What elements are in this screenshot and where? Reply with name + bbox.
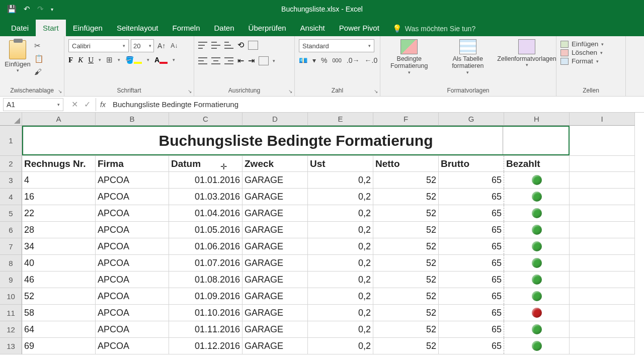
- column-header[interactable]: H: [504, 113, 570, 126]
- cut-icon[interactable]: ✂: [34, 41, 44, 50]
- font-color-button[interactable]: A: [154, 56, 168, 64]
- tab-daten[interactable]: Daten: [207, 20, 242, 36]
- column-header[interactable]: C: [169, 113, 243, 126]
- data-cell[interactable]: 65: [439, 321, 504, 337]
- paste-button[interactable]: Einfügen ▾: [4, 38, 31, 76]
- column-header[interactable]: E: [308, 113, 373, 126]
- column-header[interactable]: I: [570, 113, 635, 126]
- data-cell[interactable]: 65: [439, 222, 504, 238]
- format-painter-icon[interactable]: 🖌: [34, 67, 44, 76]
- data-cell[interactable]: 52: [373, 172, 439, 188]
- data-cell[interactable]: 0,2: [308, 288, 373, 304]
- align-top-icon[interactable]: [198, 42, 207, 49]
- row-header[interactable]: 8: [0, 255, 22, 272]
- confirm-icon[interactable]: ✓: [84, 100, 91, 109]
- data-cell[interactable]: 0,2: [308, 238, 373, 254]
- data-cell[interactable]: APCOA: [96, 255, 169, 271]
- row-header[interactable]: 10: [0, 288, 22, 305]
- orientation-icon[interactable]: ⟲: [237, 40, 244, 50]
- header-cell[interactable]: Netto: [373, 156, 439, 171]
- data-cell[interactable]: 01.05.2016: [169, 222, 243, 238]
- row-header[interactable]: 5: [0, 205, 22, 222]
- paid-status-cell[interactable]: [504, 222, 570, 238]
- data-cell[interactable]: GARAGE: [243, 189, 308, 205]
- paid-status-cell[interactable]: [504, 205, 570, 221]
- data-cell[interactable]: 0,2: [308, 205, 373, 221]
- dialog-launcher-icon[interactable]: ↘: [288, 88, 292, 94]
- copy-icon[interactable]: 📋: [34, 54, 44, 63]
- font-name-select[interactable]: Calibri▾: [68, 39, 129, 52]
- data-cell[interactable]: 65: [439, 238, 504, 254]
- name-box[interactable]: A1▾: [3, 98, 63, 111]
- column-header[interactable]: B: [96, 113, 169, 126]
- row-header[interactable]: 9: [0, 272, 22, 288]
- data-cell[interactable]: 01.01.2016: [169, 172, 243, 188]
- qat-dropdown-icon[interactable]: ▾: [51, 7, 53, 12]
- data-cell[interactable]: GARAGE: [243, 222, 308, 238]
- data-cell[interactable]: 52: [373, 255, 439, 271]
- data-cell[interactable]: GARAGE: [243, 272, 308, 288]
- data-cell[interactable]: GARAGE: [243, 238, 308, 254]
- italic-button[interactable]: K: [78, 56, 83, 64]
- column-header[interactable]: G: [439, 113, 504, 126]
- header-cell[interactable]: Bezahlt: [504, 156, 570, 171]
- data-cell[interactable]: APCOA: [96, 205, 169, 221]
- data-cell[interactable]: APCOA: [96, 288, 169, 304]
- data-cell[interactable]: 22: [22, 205, 96, 221]
- align-left-icon[interactable]: [198, 57, 207, 64]
- column-header[interactable]: F: [373, 113, 439, 126]
- row-header[interactable]: 13: [0, 338, 22, 354]
- bold-button[interactable]: F: [68, 56, 73, 64]
- font-size-select[interactable]: 20▾: [131, 39, 154, 52]
- increase-indent-icon[interactable]: ⇥: [248, 56, 255, 65]
- paid-status-cell[interactable]: [504, 189, 570, 205]
- data-cell[interactable]: 65: [439, 288, 504, 304]
- data-cell[interactable]: 01.08.2016: [169, 272, 243, 288]
- decrease-indent-icon[interactable]: ⇤: [237, 56, 244, 65]
- dialog-launcher-icon[interactable]: ↘: [374, 88, 378, 94]
- data-cell[interactable]: GARAGE: [243, 305, 308, 321]
- row-header[interactable]: 11: [0, 305, 22, 321]
- conditional-formatting-button[interactable]: Bedingte Formatierung▾: [384, 39, 434, 75]
- data-cell[interactable]: 0,2: [308, 222, 373, 238]
- data-cell[interactable]: 65: [439, 272, 504, 288]
- tab-datei[interactable]: Datei: [4, 20, 36, 36]
- data-cell[interactable]: 0,2: [308, 338, 373, 354]
- row-header[interactable]: 7: [0, 238, 22, 255]
- chevron-down-icon[interactable]: ▾: [99, 57, 101, 62]
- paid-status-cell[interactable]: [504, 288, 570, 304]
- paid-status-cell[interactable]: [504, 272, 570, 288]
- percent-button[interactable]: %: [321, 56, 327, 64]
- delete-cells-button[interactable]: Löschen▾: [560, 49, 621, 56]
- data-cell[interactable]: 52: [373, 321, 439, 337]
- data-cell[interactable]: 69: [22, 338, 96, 354]
- data-cell[interactable]: 52: [373, 288, 439, 304]
- data-cell[interactable]: 01.11.2016: [169, 321, 243, 337]
- tab-einfuegen[interactable]: Einfügen: [66, 20, 110, 36]
- cell[interactable]: [570, 321, 635, 337]
- data-cell[interactable]: 01.10.2016: [169, 305, 243, 321]
- fx-icon[interactable]: fx: [96, 101, 110, 109]
- data-cell[interactable]: GARAGE: [243, 338, 308, 354]
- data-cell[interactable]: 65: [439, 189, 504, 205]
- data-cell[interactable]: 0,2: [308, 172, 373, 188]
- dialog-launcher-icon[interactable]: ↘: [188, 88, 192, 94]
- data-cell[interactable]: 01.12.2016: [169, 338, 243, 354]
- paid-status-cell[interactable]: [504, 338, 570, 354]
- data-cell[interactable]: GARAGE: [243, 172, 308, 188]
- data-cell[interactable]: APCOA: [96, 338, 169, 354]
- increase-font-icon[interactable]: A↑: [156, 42, 167, 50]
- align-bottom-icon[interactable]: [224, 42, 233, 49]
- cell[interactable]: [570, 272, 635, 288]
- row-header[interactable]: 6: [0, 222, 22, 238]
- save-icon[interactable]: 💾: [7, 5, 17, 14]
- chevron-down-icon[interactable]: ▾: [273, 58, 275, 63]
- formula-input[interactable]: Buchungsliste Bedingte Formatierung: [110, 100, 644, 109]
- undo-icon[interactable]: ↶: [24, 5, 30, 14]
- increase-decimal-icon[interactable]: .0→: [347, 56, 360, 64]
- header-cell[interactable]: Datum: [169, 156, 243, 171]
- align-center-icon[interactable]: [211, 57, 220, 64]
- data-cell[interactable]: 52: [373, 272, 439, 288]
- chevron-down-icon[interactable]: ▾: [312, 56, 316, 64]
- cell[interactable]: [570, 222, 635, 238]
